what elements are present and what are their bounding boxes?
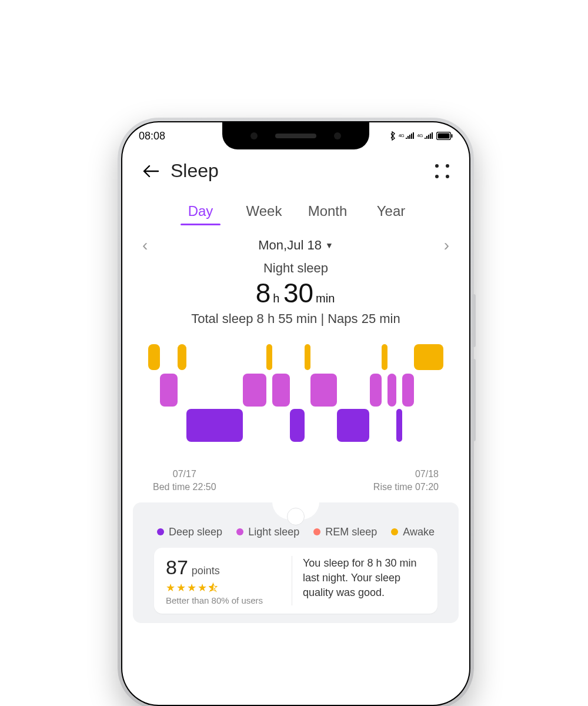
legend-awake: Awake	[391, 526, 435, 538]
tab-month[interactable]: Month	[296, 203, 359, 225]
chart-segment	[266, 344, 272, 370]
chart-segment	[370, 374, 382, 407]
tab-year[interactable]: Year	[359, 203, 423, 225]
sleep-stage-chart[interactable]	[148, 344, 443, 444]
svg-rect-1	[438, 134, 450, 139]
sleep-summary: Night sleep 8h 30min Total sleep 8 h 55 …	[122, 261, 469, 327]
battery-icon	[436, 132, 453, 140]
page-title: Sleep	[171, 160, 219, 182]
tab-week[interactable]: Week	[232, 203, 296, 225]
status-time: 08:08	[139, 130, 165, 142]
drag-handle[interactable]	[272, 502, 319, 519]
signal-icon	[405, 132, 415, 139]
chart-left-text: Bed time 22:50	[153, 481, 216, 494]
menu-icon[interactable]	[435, 164, 449, 178]
chart-segment	[414, 344, 443, 370]
legend-panel: Deep sleep Light sleep REM sleep Awake 8…	[133, 502, 459, 623]
legend-rem: REM sleep	[313, 526, 377, 538]
bluetooth-icon	[389, 131, 396, 141]
summary-subline: Total sleep 8 h 55 min | Naps 25 min	[122, 311, 469, 327]
signal-icon	[424, 132, 433, 139]
chart-right-date: 07/18	[373, 468, 439, 481]
chart-segment	[272, 374, 290, 407]
legend-light: Light sleep	[236, 526, 299, 538]
back-icon[interactable]	[142, 164, 160, 178]
chart-axis-labels: 07/17 Bed time 22:50 07/18 Rise time 07:…	[122, 444, 469, 494]
side-button-2	[472, 359, 476, 441]
chart-segment	[305, 344, 310, 370]
score-message: You sleep for 8 h 30 min last night. You…	[292, 556, 426, 605]
device-notch	[222, 122, 369, 149]
range-tabs: Day Week Month Year	[122, 203, 469, 225]
legend-deep: Deep sleep	[157, 526, 222, 538]
chart-segment	[243, 374, 266, 407]
status-indicators: 4G 4G	[389, 131, 453, 141]
chart-segment	[396, 409, 402, 442]
chart-segment	[160, 374, 178, 407]
score-better: Better than 80% of users	[166, 595, 283, 605]
side-button-1	[472, 294, 476, 347]
summary-label: Night sleep	[122, 261, 469, 276]
date-picker[interactable]: Mon,Jul 18 ▼	[258, 238, 333, 253]
chart-right-text: Rise time 07:20	[373, 481, 439, 494]
chart-segment	[178, 344, 186, 370]
chart-segment	[310, 374, 337, 407]
summary-duration: 8h 30min	[122, 277, 469, 309]
chart-segment	[382, 344, 387, 370]
screen: 08:08 4G 4G Sleep	[122, 122, 469, 705]
prev-day-button[interactable]: ‹	[142, 236, 148, 255]
next-day-button[interactable]: ›	[444, 236, 449, 255]
score-card[interactable]: 87points ★★★★⯪ Better than 80% of users …	[154, 548, 437, 614]
chart-segment	[148, 344, 160, 370]
chart-segment	[290, 409, 305, 442]
date-label: Mon,Jul 18	[258, 238, 322, 253]
svg-rect-2	[452, 134, 453, 138]
dropdown-icon: ▼	[325, 241, 333, 250]
chart-segment	[387, 374, 396, 407]
chart-segment	[337, 409, 369, 442]
chart-left-date: 07/17	[153, 468, 216, 481]
score-stars: ★★★★⯪	[166, 581, 283, 594]
tab-day[interactable]: Day	[169, 203, 232, 225]
chart-segment	[402, 374, 414, 407]
score-value: 87points	[166, 556, 283, 579]
chart-segment	[186, 409, 242, 442]
